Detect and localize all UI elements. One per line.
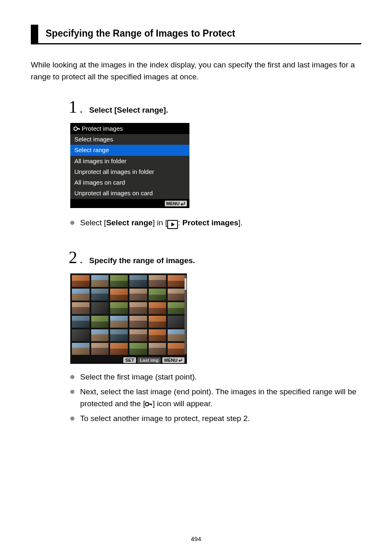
step-title: Select [Select range]. [89, 106, 168, 115]
svg-point-9 [145, 402, 149, 405]
camera-menu-screenshot: Protect images Select images Select rang… [70, 123, 189, 208]
menu-item: All images on card [70, 177, 189, 188]
bullet-icon [70, 375, 74, 379]
menu-return-label: MENU [166, 201, 180, 206]
step-1: 1 . Select [Select range]. Protect image… [69, 98, 361, 229]
thumbnail [91, 316, 109, 328]
thumbnail [129, 316, 147, 328]
thumbnail [129, 329, 147, 341]
step2-bullet-c: To select another image to protect, repe… [70, 413, 361, 425]
thumbnail [110, 316, 128, 328]
thumbnail [168, 289, 185, 301]
step1-bullet: Select [Select range] in [: Protect imag… [70, 217, 361, 229]
index-footer: SET Last img MENU [72, 356, 185, 364]
thumbnail [110, 289, 128, 301]
bullet-text: Next, select the last image (end point).… [80, 386, 361, 410]
key-icon [74, 126, 80, 132]
last-img-pill: Last img [138, 357, 160, 363]
thumbnail [129, 343, 147, 355]
thumbnail [149, 343, 166, 355]
text: Select [ [80, 218, 106, 227]
menu-item: Unprotect all images in folder [70, 167, 189, 177]
menu-item: Unprotect all images on card [70, 188, 189, 199]
section-header: Specifying the Range of Images to Protec… [31, 25, 361, 44]
thumbnail [72, 329, 90, 341]
thumbnail [168, 343, 185, 355]
thumbnail [72, 316, 90, 328]
step-dot: . [80, 253, 83, 266]
scrollbar [184, 275, 187, 354]
menu-return-pill: MENU [162, 357, 184, 363]
camera-menu-header-text: Protect images [82, 125, 123, 132]
camera-menu-footer: MENU [70, 199, 189, 208]
bullet-text: To select another image to protect, repe… [80, 413, 361, 425]
step2-bullet-b: Next, select the last image (end point).… [70, 386, 361, 410]
thumbnail [149, 302, 166, 314]
thumbnail [149, 329, 166, 341]
section-title: Specifying the Range of Images to Protec… [46, 25, 235, 43]
thumbnail [168, 316, 185, 328]
menu-pill-label: MENU [164, 358, 178, 363]
step-number: 2 [69, 249, 77, 266]
svg-point-0 [74, 127, 77, 130]
thumbnail [149, 316, 166, 328]
step2-bullet-a: Select the first image (start point). [70, 371, 361, 383]
camera-menu-header: Protect images [70, 123, 189, 134]
thumbnail [72, 275, 90, 287]
thumbnail [168, 302, 185, 314]
menu-item: Select images [70, 134, 189, 145]
bullet-text: Select the first image (start point). [80, 371, 361, 383]
thumbnail [149, 289, 166, 301]
thumbnail [91, 302, 109, 314]
bullet-icon [70, 390, 74, 394]
thumbnail [91, 343, 109, 355]
menu-item: All images in folder [70, 156, 189, 167]
text: : [178, 218, 182, 227]
playback-icon [167, 220, 178, 229]
thumbnail [72, 343, 90, 355]
camera-index-screenshot: SET Last img MENU [70, 273, 187, 364]
thumbnail [72, 302, 90, 314]
step-2: 2 . Specify the range of images. [69, 249, 361, 425]
svg-rect-11 [151, 403, 152, 405]
page-number: 494 [0, 535, 392, 542]
thumbnail [110, 329, 128, 341]
text-bold: Protect images [182, 218, 238, 227]
step-number: 1 [69, 98, 77, 116]
text: ]. [238, 218, 243, 227]
thumbnail [110, 275, 128, 287]
set-pill: SET [123, 357, 136, 363]
menu-item-selected: Select range [70, 145, 189, 155]
thumbnail [129, 302, 147, 314]
thumbnail [91, 275, 109, 287]
step1-bullet-text: Select [Select range] in [: Protect imag… [80, 217, 361, 229]
menu-return-badge: MENU [165, 201, 187, 206]
bullet-icon [70, 221, 74, 225]
thumbnail-grid [72, 275, 185, 355]
text-bold: Select range [106, 218, 152, 227]
thumbnail [129, 275, 147, 287]
thumbnail [168, 275, 185, 287]
thumbnail [168, 329, 185, 341]
thumbnail [149, 275, 166, 287]
text: Next, select the last image (end point).… [80, 387, 356, 408]
thumbnail [110, 343, 128, 355]
thumbnail [110, 302, 128, 314]
thumbnail [129, 289, 147, 301]
svg-rect-2 [79, 128, 80, 130]
step-title: Specify the range of images. [89, 256, 195, 265]
key-icon [145, 401, 152, 407]
text: ] in [ [152, 218, 167, 227]
thumbnail [72, 289, 90, 301]
text: ] icon will appear. [152, 399, 212, 408]
thumbnail [91, 329, 109, 341]
step-dot: . [80, 102, 83, 116]
intro-text: While looking at the images in the index… [31, 59, 361, 83]
bullet-icon [70, 416, 74, 421]
thumbnail [91, 289, 109, 301]
section-bar [31, 25, 38, 43]
